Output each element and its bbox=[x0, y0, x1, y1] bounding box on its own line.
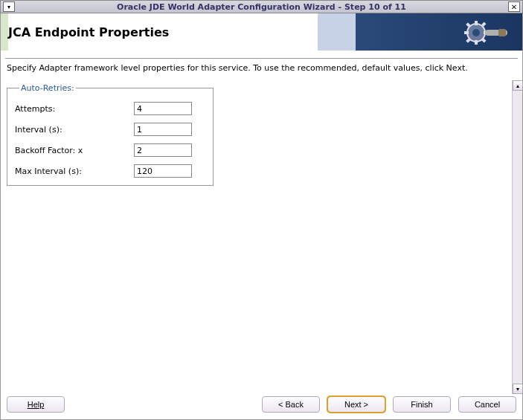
vertical-scrollbar[interactable]: ▴ ▾ bbox=[512, 80, 522, 394]
svg-rect-3 bbox=[464, 31, 469, 34]
scroll-up-icon[interactable]: ▴ bbox=[513, 80, 523, 91]
wizard-button-bar: Help < Back Next > Finish Cancel bbox=[1, 394, 522, 419]
maxinterval-label: Max Interval (s): bbox=[15, 167, 134, 176]
interval-label: Interval (s): bbox=[15, 125, 134, 135]
auto-retries-group: Auto-Retries: Attempts: Interval (s): Ba… bbox=[7, 83, 214, 186]
wizard-header: JCA Endpoint Properties bbox=[1, 13, 522, 51]
finish-button[interactable]: Finish bbox=[393, 396, 451, 413]
field-row-interval: Interval (s): bbox=[15, 123, 205, 136]
header-divider bbox=[5, 58, 518, 59]
page-title: JCA Endpoint Properties bbox=[8, 13, 318, 51]
titlebar: ▾ Oracle JDE World Adapter Configuration… bbox=[0, 0, 523, 13]
backoff-input[interactable] bbox=[134, 143, 192, 157]
svg-point-9 bbox=[472, 29, 480, 36]
help-button[interactable]: Help bbox=[7, 396, 65, 413]
svg-rect-1 bbox=[475, 21, 478, 25]
attempts-label: Attempts: bbox=[15, 104, 134, 114]
window-menu-dropdown[interactable]: ▾ bbox=[3, 1, 15, 12]
svg-rect-2 bbox=[475, 40, 478, 45]
close-icon[interactable]: ✕ bbox=[508, 1, 520, 12]
window-body: JCA Endpoint Properties bbox=[0, 13, 523, 420]
next-button[interactable]: Next > bbox=[327, 396, 385, 413]
attempts-input[interactable] bbox=[134, 102, 192, 115]
gear-icon bbox=[463, 19, 507, 48]
interval-input[interactable] bbox=[134, 123, 192, 136]
window-title: Oracle JDE World Adapter Configuration W… bbox=[15, 2, 508, 12]
field-row-backoff: Backoff Factor: x bbox=[15, 143, 205, 157]
cancel-button[interactable]: Cancel bbox=[458, 396, 516, 413]
field-row-maxinterval: Max Interval (s): bbox=[15, 164, 205, 178]
page-description: Specify Adapter framework level properti… bbox=[1, 63, 522, 80]
maxinterval-input[interactable] bbox=[134, 164, 192, 178]
svg-rect-11 bbox=[498, 29, 506, 36]
back-button[interactable]: < Back bbox=[262, 396, 320, 413]
content-area: Auto-Retries: Attempts: Interval (s): Ba… bbox=[1, 80, 522, 394]
auto-retries-legend: Auto-Retries: bbox=[19, 83, 76, 93]
backoff-label: Backoff Factor: x bbox=[15, 146, 134, 155]
scroll-down-icon[interactable]: ▾ bbox=[513, 384, 523, 394]
field-row-attempts: Attempts: bbox=[15, 102, 205, 115]
